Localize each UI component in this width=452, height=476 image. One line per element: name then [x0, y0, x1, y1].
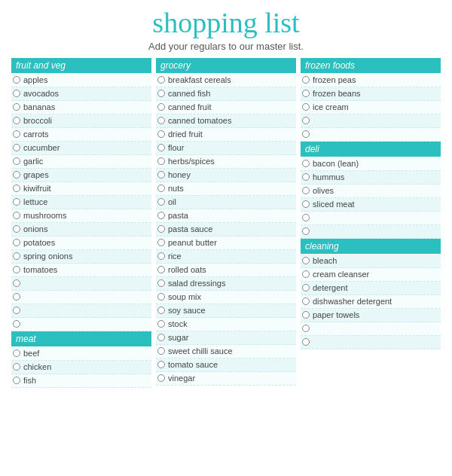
checkbox-circle[interactable] [157, 239, 165, 246]
empty-list-item [11, 277, 151, 291]
checkbox-circle[interactable] [157, 103, 165, 111]
checkbox-circle-empty[interactable] [13, 293, 20, 301]
section-header-fruit-and-veg: fruit and veg [11, 58, 151, 73]
checkbox-circle[interactable] [302, 187, 310, 194]
checkbox-circle[interactable] [157, 76, 165, 84]
checkbox-circle-empty[interactable] [302, 338, 310, 346]
checkbox-circle[interactable] [157, 225, 165, 233]
empty-list-item [301, 336, 441, 349]
item-label: avocados [23, 89, 59, 98]
checkbox-circle[interactable] [13, 349, 20, 357]
list-item: ice cream [301, 101, 441, 114]
list-item: potatoes [11, 236, 151, 250]
checkbox-circle[interactable] [302, 257, 310, 264]
checkbox-circle[interactable] [157, 279, 165, 287]
list-item: oil [156, 196, 296, 209]
list-item: frozen beans [301, 87, 441, 101]
checkbox-circle[interactable] [13, 225, 20, 233]
checkbox-circle[interactable] [302, 298, 310, 305]
checkbox-circle[interactable] [13, 198, 20, 206]
section-header-cleaning: cleaning [301, 239, 441, 254]
item-label: sliced meat [313, 200, 355, 209]
checkbox-circle[interactable] [302, 173, 310, 181]
checkbox-circle[interactable] [13, 212, 20, 219]
item-label: dried fruit [168, 130, 203, 139]
checkbox-circle[interactable] [302, 103, 310, 111]
checkbox-circle[interactable] [157, 320, 165, 328]
checkbox-circle[interactable] [157, 90, 165, 97]
checkbox-circle[interactable] [13, 76, 20, 84]
list-item: salad dressings [156, 277, 296, 291]
checkbox-circle[interactable] [157, 334, 165, 341]
list-item: sugar [156, 331, 296, 345]
checkbox-circle[interactable] [13, 185, 20, 192]
item-label: cream cleanser [313, 270, 369, 279]
item-label: canned tomatoes [168, 116, 231, 125]
list-item: stock [156, 318, 296, 331]
list-item: spring onions [11, 250, 151, 264]
checkbox-circle[interactable] [13, 90, 20, 97]
list-item: apples [11, 74, 151, 87]
checkbox-circle[interactable] [157, 185, 165, 192]
checkbox-circle[interactable] [302, 284, 310, 291]
checkbox-circle-empty[interactable] [13, 320, 20, 328]
checkbox-circle[interactable] [13, 130, 20, 138]
checkbox-circle[interactable] [13, 239, 20, 246]
columns-container: fruit and vegapplesavocadosbananasbrocco… [11, 58, 441, 388]
checkbox-circle[interactable] [13, 377, 20, 384]
checkbox-circle[interactable] [13, 144, 20, 151]
section-header-deli: deli [301, 142, 441, 157]
checkbox-circle[interactable] [157, 252, 165, 260]
list-item: cream cleanser [301, 268, 441, 282]
checkbox-circle[interactable] [157, 198, 165, 206]
checkbox-circle-empty[interactable] [13, 279, 20, 287]
checkbox-circle-empty[interactable] [302, 227, 310, 235]
checkbox-circle[interactable] [157, 347, 165, 355]
checkbox-circle[interactable] [302, 200, 310, 208]
item-label: breakfast cereals [168, 75, 231, 84]
checkbox-circle[interactable] [157, 157, 165, 165]
checkbox-circle[interactable] [302, 160, 310, 167]
checkbox-circle-empty[interactable] [302, 130, 310, 138]
checkbox-circle[interactable] [157, 361, 165, 368]
checkbox-circle[interactable] [13, 171, 20, 178]
list-item: soy sauce [156, 304, 296, 318]
checkbox-circle-empty[interactable] [302, 214, 310, 221]
checkbox-circle[interactable] [302, 76, 310, 84]
checkbox-circle[interactable] [157, 266, 165, 273]
item-label: cucumber [23, 143, 60, 152]
page-title: shopping list [11, 8, 441, 39]
item-label: sweet chilli sauce [168, 346, 233, 355]
checkbox-circle[interactable] [302, 311, 310, 319]
item-label: rice [168, 252, 182, 261]
item-label: pasta [168, 211, 188, 220]
checkbox-circle[interactable] [13, 252, 20, 260]
checkbox-circle-empty[interactable] [302, 325, 310, 332]
item-label: potatoes [23, 238, 55, 247]
checkbox-circle[interactable] [302, 90, 310, 97]
checkbox-circle[interactable] [157, 307, 165, 314]
item-label: soy sauce [168, 306, 206, 315]
checkbox-circle[interactable] [157, 144, 165, 151]
item-label: sugar [168, 333, 189, 342]
list-item: canned tomatoes [156, 114, 296, 128]
item-label: apples [23, 75, 47, 84]
checkbox-circle-empty[interactable] [13, 307, 20, 314]
item-label: bacon (lean) [313, 159, 359, 168]
checkbox-circle-empty[interactable] [302, 117, 310, 124]
checkbox-circle[interactable] [13, 103, 20, 111]
section-header-grocery: grocery [156, 58, 296, 73]
checkbox-circle[interactable] [157, 117, 165, 124]
checkbox-circle[interactable] [13, 266, 20, 273]
checkbox-circle[interactable] [13, 117, 20, 124]
checkbox-circle[interactable] [13, 363, 20, 371]
checkbox-circle[interactable] [157, 293, 165, 301]
checkbox-circle[interactable] [302, 270, 310, 278]
checkbox-circle[interactable] [157, 171, 165, 178]
checkbox-circle[interactable] [157, 374, 165, 382]
item-label: oil [168, 197, 176, 206]
checkbox-circle[interactable] [13, 157, 20, 165]
checkbox-circle[interactable] [157, 212, 165, 219]
checkbox-circle[interactable] [157, 130, 165, 138]
list-item: peanut butter [156, 236, 296, 250]
